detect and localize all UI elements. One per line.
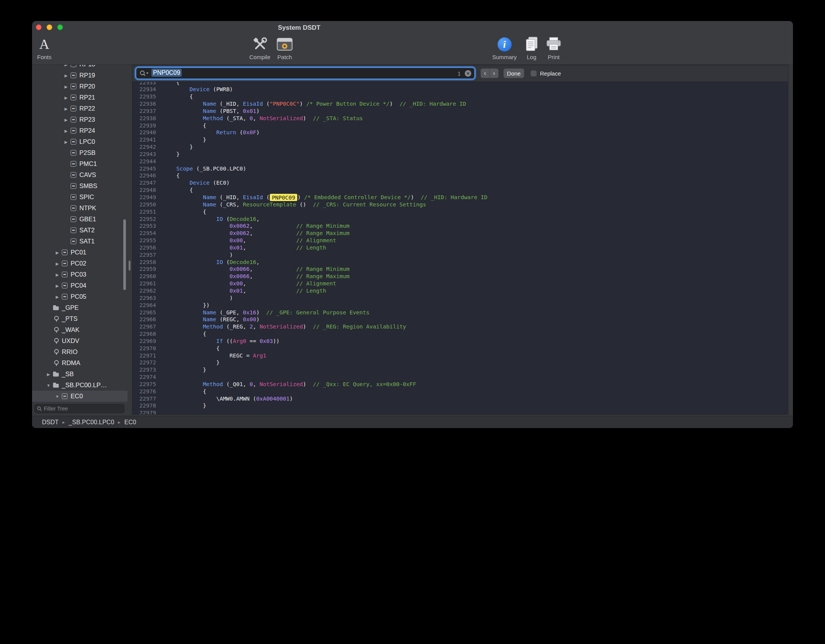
disclosure-collapsed-icon[interactable]: ▶	[63, 140, 69, 144]
close-button[interactable]	[36, 24, 42, 30]
disclosure-collapsed-icon[interactable]: ▶	[63, 84, 69, 89]
disclosure-collapsed-icon[interactable]: ▶	[63, 106, 69, 111]
disclosure-collapsed-icon[interactable]: ▶	[54, 272, 61, 277]
log-button[interactable]: Log	[524, 34, 539, 60]
titlebar[interactable]: System DSDT	[32, 21, 793, 34]
code-line: 22937 Name (PBST, 0x01)	[132, 108, 788, 115]
sidebar-item-pc05[interactable]: ▶PC05	[32, 291, 127, 302]
breadcrumb-scope[interactable]: _SB.PC00.LPC0	[69, 419, 114, 426]
breadcrumb-root[interactable]: DSDT	[42, 419, 59, 426]
line-text: )	[156, 251, 233, 259]
code-line: 22949 Name (_HID, EisaId (PNP0C09) /* Em…	[132, 194, 788, 201]
sidebar-item-cavs[interactable]: CAVS	[32, 169, 127, 180]
code-line: 22978 }	[132, 402, 788, 409]
compile-button[interactable]: Compile	[249, 34, 270, 60]
disclosure-collapsed-icon[interactable]: ▶	[54, 295, 61, 299]
line-text: IO (Decode16,	[156, 216, 259, 223]
patch-button[interactable]: Patch	[277, 34, 293, 60]
sidebar-item-rp20[interactable]: ▶RP20	[32, 81, 127, 92]
line-text: Method (_REG, 2, NotSerialized) // _REG:…	[156, 323, 406, 330]
line-number: 22960	[132, 273, 156, 280]
disclosure-collapsed-icon[interactable]: ▶	[54, 250, 61, 255]
line-number: 22969	[132, 338, 156, 345]
code-editor[interactable]: 22933 {22934 Device (PWRB)22935 {22936 N…	[132, 82, 788, 414]
disclosure-collapsed-icon[interactable]: ▶	[54, 261, 61, 266]
device-icon	[70, 65, 77, 68]
find-next-button[interactable]: ›	[490, 68, 499, 78]
sidebar-item-gbe1[interactable]: GBE1	[32, 214, 127, 225]
code-line: 22971 REGC = Arg1	[132, 352, 788, 359]
disclosure-collapsed-icon[interactable]: ▶	[63, 118, 69, 122]
disclosure-collapsed-icon[interactable]: ▶	[54, 283, 61, 288]
sidebar-item-rp23[interactable]: ▶RP23	[32, 114, 127, 125]
clear-search-button[interactable]: ✕	[465, 70, 471, 77]
sidebar-item-label: PC03	[71, 271, 86, 278]
sidebar-item-spic[interactable]: SPIC	[32, 192, 127, 203]
sidebar-item-p2sb[interactable]: P2SB	[32, 147, 127, 158]
line-number: 22941	[132, 136, 156, 143]
line-text: Device (EC0)	[156, 179, 230, 187]
sidebar-item-rrio[interactable]: RRIO	[32, 346, 127, 357]
summary-button[interactable]: i Summary	[492, 34, 517, 60]
sidebar-item-wak[interactable]: _WAK	[32, 324, 127, 335]
sidebar-item-rp21[interactable]: ▶RP21	[32, 92, 127, 103]
disclosure-collapsed-icon[interactable]: ▶	[63, 129, 69, 133]
disclosure-collapsed-icon[interactable]: ▶	[63, 95, 69, 100]
sidebar-item-label: RP20	[79, 83, 95, 90]
line-text: {	[156, 187, 193, 194]
line-number: 22936	[132, 100, 156, 108]
sidebar-item-sat1[interactable]: SAT1	[32, 236, 127, 247]
sidebar-item-pc02[interactable]: ▶PC02	[32, 258, 127, 269]
line-number: 22970	[132, 345, 156, 352]
sidebar-item-rp24[interactable]: ▶RP24	[32, 125, 127, 136]
code-line: 22939 {	[132, 122, 788, 129]
sidebar-item-sb[interactable]: ▶_SB	[32, 369, 127, 380]
code-line: 22965 Name (_GPE, 0x16) // _GPE: General…	[132, 309, 788, 316]
filter-input[interactable]	[44, 406, 122, 412]
disclosure-collapsed-icon[interactable]: ▶	[63, 73, 69, 78]
print-button[interactable]: Print	[545, 34, 562, 60]
search-query: PNP0C09	[151, 69, 182, 76]
code-line: 22964 })	[132, 302, 788, 309]
fonts-button[interactable]: A Fonts	[37, 34, 52, 60]
sidebar-item-pmc1[interactable]: PMC1	[32, 158, 127, 169]
sidebar-item-label: RP24	[79, 127, 95, 134]
sidebar-item-pc01[interactable]: ▶PC01	[32, 247, 127, 258]
sidebar-scrollbar[interactable]	[123, 219, 126, 290]
splitter-handle[interactable]	[129, 261, 131, 270]
sidebar-item-pc03[interactable]: ▶PC03	[32, 269, 127, 280]
sidebar-item-gpe[interactable]: _GPE	[32, 302, 127, 313]
find-previous-button[interactable]: ‹	[480, 68, 490, 78]
code-line: 22956 0x01, // Length	[132, 244, 788, 251]
sidebar-item-sat2[interactable]: SAT2	[32, 225, 127, 236]
filter-field[interactable]	[34, 404, 124, 413]
sidebar-item-sb-pc00-lp[interactable]: ▼_SB.PC00.LP…	[32, 380, 127, 391]
sidebar-item-smbs[interactable]: SMBS	[32, 180, 127, 192]
line-number: 22950	[132, 201, 156, 208]
disclosure-expanded-icon[interactable]: ▼	[54, 394, 61, 399]
disclosure-collapsed-icon[interactable]: ▶	[45, 372, 52, 377]
search-field[interactable]: PNP0C09 1 ✕	[136, 68, 475, 79]
sidebar-item-label: _GPE	[62, 304, 79, 311]
sidebar-item-pts[interactable]: _PTS	[32, 313, 127, 324]
sidebar-item-uxdv[interactable]: UXDV	[32, 335, 127, 346]
done-button[interactable]: Done	[503, 68, 524, 78]
sidebar-item-rp22[interactable]: ▶RP22	[32, 103, 127, 114]
sidebar-item-rdma[interactable]: RDMA	[32, 357, 127, 369]
sidebar-item-ntpk[interactable]: NTPK	[32, 203, 127, 214]
line-number: 22954	[132, 230, 156, 237]
replace-checkbox[interactable]	[530, 70, 537, 77]
sidebar-item-ec0[interactable]: ▼EC0	[32, 391, 127, 402]
minimize-button[interactable]	[47, 24, 52, 30]
sidebar-item-pc04[interactable]: ▶PC04	[32, 280, 127, 291]
disclosure-collapsed-icon[interactable]: ▶	[63, 65, 69, 67]
sidebar-item-label: LPC0	[79, 138, 95, 145]
sidebar-item-rp19[interactable]: ▶RP19	[32, 70, 127, 81]
sidebar-item-lpc0[interactable]: ▶LPC0	[32, 136, 127, 147]
zoom-button[interactable]	[57, 24, 63, 30]
disclosure-expanded-icon[interactable]: ▼	[45, 383, 52, 388]
sidebar-item-rp18[interactable]: ▶RP18	[32, 65, 127, 70]
breadcrumb-device[interactable]: EC0	[124, 419, 136, 426]
line-number: 22958	[132, 259, 156, 266]
line-number: 22952	[132, 216, 156, 223]
